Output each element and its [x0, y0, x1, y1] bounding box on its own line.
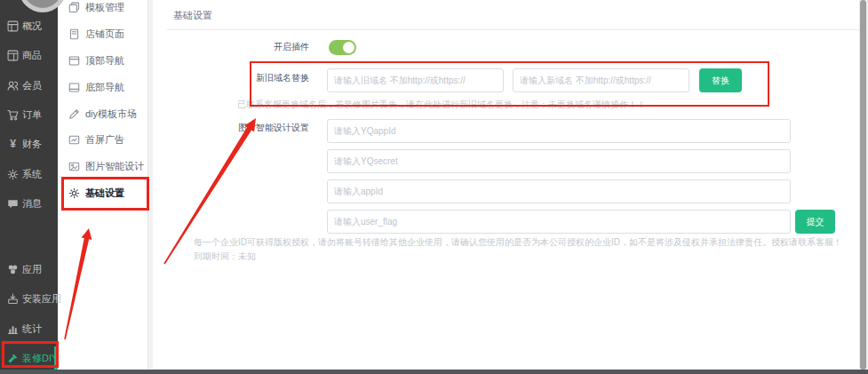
sidebar-item-finance-label: 财务 [22, 138, 42, 151]
sidebar-item-statistics-label: 统计 [22, 322, 42, 336]
bar-chart-icon [7, 323, 19, 335]
image-design-icon [68, 161, 80, 172]
submenu-item-shop-pages[interactable]: 店铺页面 [58, 21, 147, 48]
sidebar-item-apps[interactable]: 应用 [0, 255, 58, 284]
sidebar-item-install-apps-label: 安装应用 [22, 292, 61, 306]
submenu-item-splash-ad[interactable]: 首屏广告 [58, 127, 147, 154]
sidebar-item-statistics[interactable]: 统计 [0, 314, 58, 344]
user-flag-input[interactable] [327, 210, 791, 234]
submenu-list: 模板管理店铺页面顶部导航底部导航diy模板市场首屏广告图片智能设计基础设置 [58, 0, 147, 206]
sidebar-item-messages[interactable]: 消息 [0, 189, 58, 219]
submenu-item-template-manage-label: 模板管理 [85, 1, 124, 14]
plugin-label: 开启插件 [153, 41, 309, 53]
sidebar-item-overview-label: 概况 [22, 20, 42, 33]
goods-icon [7, 50, 19, 61]
sidebar-item-finance[interactable]: ¥财务 [0, 130, 58, 159]
sidebar-item-orders-label: 订单 [22, 108, 42, 122]
sidebar-item-system-label: 系统 [22, 168, 42, 181]
chat-bubble-icon [7, 198, 19, 210]
sidebar-top-group: 概况商品会员订单¥财务系统消息 [0, 12, 58, 219]
submenu-item-basic-settings[interactable]: 基础设置 [58, 180, 147, 207]
settings-panel: 基础设置 开启插件 新旧域名替换 替换 已联系客服更换域名后，若装修图片丢失，请… [153, 0, 860, 369]
submenu-item-image-smart-design-label: 图片智能设计 [85, 160, 144, 173]
sidebar-item-orders[interactable]: 订单 [0, 100, 58, 130]
cart-icon [7, 109, 19, 121]
sidebar-item-members[interactable]: 会员 [0, 71, 58, 100]
members-icon [7, 80, 19, 92]
submenu-item-basic-settings-label: 基础设置 [85, 187, 124, 200]
toggle-knob [343, 42, 354, 53]
hammer-icon [7, 353, 19, 364]
submenu: 模板管理店铺页面顶部导航底部导航diy模板市场首屏广告图片智能设计基础设置 [58, 0, 148, 370]
license-help-text: 每一个企业ID可获得版权授权，请勿将账号转借给其他企业使用，请确认您使用的是否为… [194, 236, 842, 249]
sidebar-item-install-apps[interactable]: 安装应用 [0, 284, 58, 314]
sidebar-bottom-group: 应用安装应用统计装修DIY [0, 255, 58, 373]
page: 概况商品会员订单¥财务系统消息 应用安装应用统计装修DIY 模板管理店铺页面顶部… [0, 0, 868, 374]
apps-icon [7, 264, 19, 275]
image-ad-icon [68, 134, 80, 146]
new-domain-input[interactable] [513, 68, 689, 92]
sidebar-item-messages-label: 消息 [22, 197, 42, 211]
page-title: 基础设置 [173, 9, 212, 22]
yqsecret-input[interactable] [327, 149, 791, 173]
submenu-item-template-manage[interactable]: 模板管理 [58, 0, 147, 21]
replace-button[interactable]: 替换 [699, 68, 742, 92]
submenu-item-diy-template-market-label: diy模板市场 [85, 107, 137, 121]
submit-button[interactable]: 提交 [795, 210, 835, 234]
window-bottom-edge [0, 370, 868, 374]
header-divider [167, 29, 860, 30]
submenu-item-top-nav[interactable]: 顶部导航 [58, 48, 147, 75]
install-icon [7, 293, 19, 305]
sidebar-item-members-label: 会员 [22, 79, 42, 92]
bottom-nav-icon [68, 82, 80, 93]
submenu-item-image-smart-design[interactable]: 图片智能设计 [58, 154, 147, 180]
gear-icon [68, 187, 80, 199]
top-nav-icon [68, 55, 80, 67]
yen-icon: ¥ [7, 139, 19, 150]
submenu-item-shop-pages-label: 店铺页面 [85, 28, 124, 41]
domain-help-text: 已联系客服更换域名后，若装修图片丢失，请在此处进行新旧域名更换，注意：未更换域名… [237, 99, 646, 111]
sidebar-item-goods[interactable]: 商品 [0, 41, 58, 70]
submenu-item-splash-ad-label: 首屏广告 [85, 133, 124, 147]
submenu-item-bottom-nav-label: 底部导航 [85, 81, 124, 94]
sidebar-item-goods-label: 商品 [22, 49, 42, 62]
sidebar-item-system[interactable]: 系统 [0, 159, 58, 188]
domain-replace-label: 新旧域名替换 [153, 72, 309, 84]
sidebar-item-decorate-diy-label: 装修DIY [22, 352, 58, 365]
sidebar-item-apps-label: 应用 [22, 263, 42, 276]
scrollbar-track[interactable] [859, 0, 868, 370]
scrollbar-thumb[interactable] [860, 0, 866, 370]
appid-input[interactable] [327, 179, 791, 203]
gears-icon [7, 169, 19, 180]
page-icon [68, 28, 80, 40]
dashboard-icon [7, 20, 19, 32]
pen-icon [68, 108, 80, 120]
layers-icon [68, 2, 80, 13]
submenu-item-top-nav-label: 顶部导航 [85, 54, 124, 68]
panel-header: 基础设置 [153, 0, 860, 29]
expire-time-text: 到期时间：未知 [194, 251, 256, 263]
image-design-label: 图片智能设计设置 [153, 122, 309, 134]
sidebar: 概况商品会员订单¥财务系统消息 应用安装应用统计装修DIY [0, 0, 58, 370]
sidebar-item-overview[interactable]: 概况 [0, 12, 58, 41]
yqappid-input[interactable] [327, 119, 791, 143]
submenu-item-bottom-nav[interactable]: 底部导航 [58, 74, 147, 100]
submenu-item-diy-template-market[interactable]: diy模板市场 [58, 100, 147, 127]
old-domain-input[interactable] [327, 68, 504, 92]
plugin-toggle[interactable] [329, 40, 356, 55]
